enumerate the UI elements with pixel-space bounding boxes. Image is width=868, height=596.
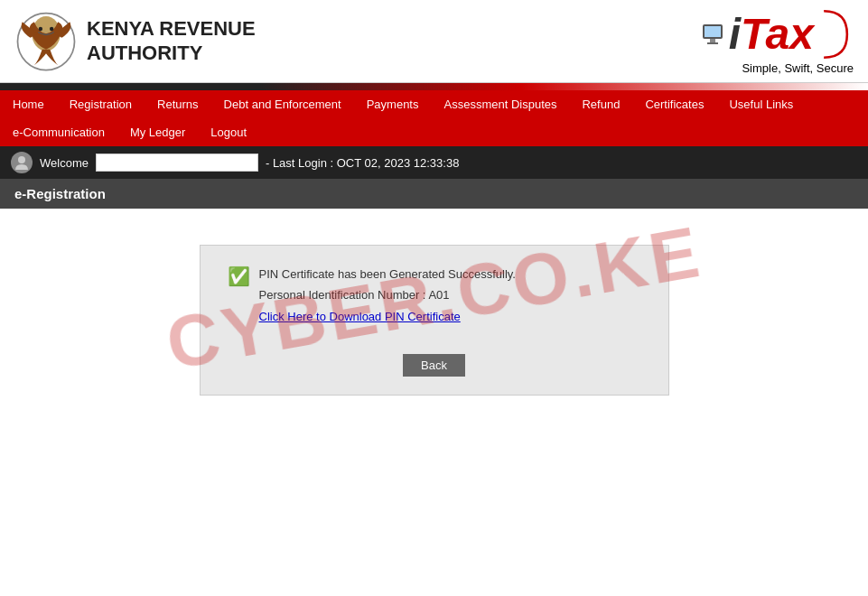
welcome-label: Welcome bbox=[40, 156, 89, 170]
success-text: PIN Certificate has been Generated Succe… bbox=[259, 264, 516, 327]
itax-decoration-icon bbox=[817, 7, 854, 61]
success-line1: PIN Certificate has been Generated Succe… bbox=[259, 264, 516, 284]
header: Kenya Revenue Authority iTax Simple, Swi… bbox=[0, 0, 868, 83]
computer-icon bbox=[700, 22, 725, 47]
nav-returns[interactable]: Returns bbox=[145, 90, 211, 118]
username-input[interactable] bbox=[96, 154, 258, 172]
nav-assessment[interactable]: Assessment Disputes bbox=[431, 90, 569, 118]
itax-logo: iTax Simple, Swift, Secure bbox=[700, 7, 854, 75]
success-row: ✅ PIN Certificate has been Generated Suc… bbox=[228, 264, 641, 327]
svg-rect-5 bbox=[705, 26, 721, 37]
nav-certificates[interactable]: Certificates bbox=[632, 90, 716, 118]
success-container: ✅ PIN Certificate has been Generated Suc… bbox=[200, 245, 669, 396]
nav-useful-links[interactable]: Useful Links bbox=[716, 90, 806, 118]
welcome-bar: Welcome - Last Login : OCT 02, 2023 12:3… bbox=[0, 146, 868, 179]
kra-name: Kenya Revenue Authority bbox=[87, 17, 256, 65]
nav-debt[interactable]: Debt and Enforcement bbox=[211, 90, 354, 118]
red-stripe bbox=[0, 83, 868, 90]
nav-refund[interactable]: Refund bbox=[569, 90, 632, 118]
page-title: e-Registration bbox=[14, 186, 106, 201]
page-title-bar: e-Registration bbox=[0, 179, 868, 209]
nav-home[interactable]: Home bbox=[0, 90, 57, 118]
kra-eagle-icon bbox=[14, 10, 78, 73]
check-icon: ✅ bbox=[228, 265, 250, 287]
user-avatar-icon bbox=[14, 154, 30, 171]
itax-logo-row: iTax bbox=[700, 7, 854, 61]
nav-logout[interactable]: Logout bbox=[198, 118, 259, 146]
nav-bar: Home Registration Returns Debt and Enfor… bbox=[0, 90, 868, 146]
nav-payments[interactable]: Payments bbox=[354, 90, 432, 118]
kra-name-line2: Authority bbox=[87, 42, 256, 65]
kra-name-line1: Kenya Revenue bbox=[87, 17, 256, 41]
success-line2: Personal Identification Number : A01 bbox=[259, 284, 516, 305]
svg-point-8 bbox=[18, 156, 25, 163]
svg-rect-6 bbox=[710, 39, 715, 42]
svg-rect-7 bbox=[707, 42, 718, 44]
itax-i: i bbox=[729, 10, 741, 58]
back-button[interactable]: Back bbox=[403, 354, 465, 377]
itax-tagline: Simple, Swift, Secure bbox=[742, 61, 854, 75]
svg-point-3 bbox=[50, 26, 53, 30]
kra-logo: Kenya Revenue Authority bbox=[14, 10, 256, 73]
success-line3[interactable]: Click Here to Download PIN Certificate bbox=[259, 306, 516, 327]
last-login-text: - Last Login : OCT 02, 2023 12:33:38 bbox=[266, 156, 459, 170]
content-area: ✅ PIN Certificate has been Generated Suc… bbox=[0, 209, 868, 432]
nav-registration[interactable]: Registration bbox=[57, 90, 145, 118]
nav-e-comm[interactable]: e-Communication bbox=[0, 118, 117, 146]
user-icon bbox=[11, 152, 33, 173]
itax-tax: Tax bbox=[741, 10, 814, 58]
svg-point-2 bbox=[39, 26, 42, 30]
nav-ledger[interactable]: My Ledger bbox=[117, 118, 198, 146]
